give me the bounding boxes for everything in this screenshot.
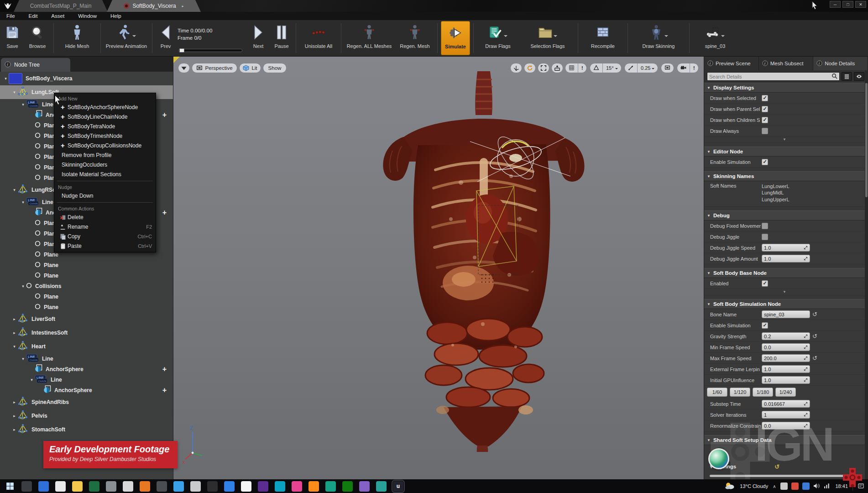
reset-icon[interactable]: ↺ bbox=[812, 311, 817, 317]
tray-network-icon[interactable] bbox=[824, 483, 831, 490]
field-min-frame-speed[interactable]: 0.0 bbox=[762, 343, 810, 351]
reset-icon[interactable]: ↺ bbox=[812, 333, 817, 339]
menu-item-copy[interactable]: CopyCtrl+C bbox=[54, 231, 156, 241]
menu-item-isolate-material-sections[interactable]: Isolate Material Sections bbox=[54, 169, 156, 179]
field-max-frame-speed[interactable]: 200.0 bbox=[762, 354, 810, 362]
screen-percentage-button-cell[interactable] bbox=[661, 63, 674, 73]
tree-item-plane[interactable]: Plane bbox=[0, 270, 173, 281]
scale-snap-toggle[interactable]: 0.25 bbox=[624, 63, 658, 73]
checkbox-enable-simulation[interactable]: ✓ bbox=[762, 159, 768, 165]
toolbar-button-next[interactable]: Next bbox=[248, 21, 269, 55]
toolbar-button-recompile[interactable]: Recompile bbox=[581, 21, 624, 55]
tree-item-spineandribs[interactable]: ▸SpineAndRibs bbox=[0, 395, 173, 409]
details-vertical-scrollbar[interactable] bbox=[865, 70, 868, 479]
list-view-button[interactable] bbox=[842, 72, 852, 81]
advanced-expander[interactable]: ▼ bbox=[704, 289, 865, 295]
field-initial-gpuinfluence[interactable]: 1.0 bbox=[762, 376, 810, 384]
substep-preset-1-60[interactable]: 1/60 bbox=[707, 388, 727, 397]
field-debug-jiggle-amount[interactable]: 1.0 bbox=[762, 255, 810, 262]
toolbar-button-simulate[interactable]: Simulate bbox=[441, 21, 470, 55]
menu-help[interactable]: Help bbox=[110, 13, 121, 19]
expander-arrow-icon[interactable]: ▾ bbox=[20, 357, 26, 361]
taskbar-app-ide-blue[interactable] bbox=[224, 481, 235, 492]
minimize-button[interactable]: ─ bbox=[830, 1, 841, 8]
expander-arrow-icon[interactable]: ▾ bbox=[3, 76, 9, 81]
category-editor-node[interactable]: ▼Editor Node bbox=[704, 147, 865, 157]
expander-arrow-icon[interactable]: ▾ bbox=[20, 102, 26, 107]
time-slider[interactable] bbox=[178, 49, 242, 52]
toolbar-button-regen-all-meshes[interactable]: Regen. ALL Meshes bbox=[345, 21, 394, 55]
toolbar-button-browse[interactable]: Browse bbox=[25, 21, 50, 55]
tree-item-plane[interactable]: Plane bbox=[0, 260, 173, 270]
taskbar-app-tool-pink[interactable] bbox=[292, 481, 302, 492]
scale-snap-toggle-cell[interactable] bbox=[625, 63, 637, 73]
tree-item-plane[interactable]: Plane bbox=[0, 291, 173, 302]
advanced-expander[interactable]: ▼ bbox=[704, 136, 865, 143]
add-node-button[interactable]: + bbox=[162, 111, 167, 119]
expander-arrow-icon[interactable]: ▸ bbox=[11, 427, 17, 432]
expander-arrow-icon[interactable]: ▸ bbox=[11, 330, 17, 335]
substep-preset-1-180[interactable]: 1/180 bbox=[753, 388, 773, 397]
category-shared-soft-setup-data[interactable]: ▼Shared Soft Setup Data bbox=[704, 435, 865, 445]
taskbar-app-tool-orange[interactable] bbox=[309, 481, 319, 492]
taskbar-app-spreadsheet[interactable] bbox=[89, 481, 99, 492]
toolbar-button-pause[interactable]: Pause bbox=[271, 21, 293, 55]
menu-item-softbodytetranode[interactable]: +SoftBodyTetraNode bbox=[54, 121, 156, 131]
toolbar-button-hide-mesh[interactable]: Hide Mesh bbox=[57, 21, 97, 55]
checkbox-draw-when-selected[interactable]: ✓ bbox=[762, 95, 768, 101]
taskbar-app-photos[interactable] bbox=[173, 481, 184, 492]
field-solver-iterations[interactable]: 1 bbox=[762, 411, 810, 419]
menu-item-skinningoccluders[interactable]: SkinningOccluders bbox=[54, 160, 156, 169]
scale-snap-toggle-cell[interactable]: 0.25 bbox=[637, 63, 658, 73]
menu-item-softbodyanchorspherenode[interactable]: +SoftBodyAnchorSphereNode bbox=[54, 102, 156, 112]
add-node-button[interactable]: + bbox=[162, 365, 167, 373]
category-debug[interactable]: ▼Debug bbox=[704, 210, 865, 220]
field-gravity-strength[interactable]: 0.2 bbox=[762, 332, 810, 340]
taskbar-app-doc-white[interactable] bbox=[241, 481, 251, 492]
field-external-frame-lerpin[interactable]: 1.0 bbox=[762, 365, 810, 373]
menu-item-remove-from-profile[interactable]: Remove from Profile bbox=[54, 150, 156, 160]
menu-item-nudge-down[interactable]: Nudge Down bbox=[54, 191, 156, 200]
toolbar-button-save[interactable]: Save bbox=[2, 21, 23, 55]
checkbox-debug-jiggle[interactable] bbox=[762, 234, 768, 240]
taskbar-app-settings[interactable] bbox=[190, 481, 201, 492]
tree-item-plane[interactable]: Plane bbox=[0, 302, 173, 312]
menu-item-softbodytrimeshnode[interactable]: +SoftBodyTrimeshNode bbox=[54, 131, 156, 141]
toolbar-button-preview-animation[interactable]: Preview Animation bbox=[104, 21, 149, 55]
toolbar-button-regen-mesh[interactable]: Regen. Mesh bbox=[396, 21, 434, 55]
toolbar-button-draw-flags[interactable]: Draw Flags bbox=[477, 21, 519, 55]
menu-asset[interactable]: Asset bbox=[51, 13, 64, 19]
expander-arrow-icon[interactable]: ▾ bbox=[11, 188, 17, 192]
taskbar-app-media-player[interactable] bbox=[106, 481, 116, 492]
eye-filter-button[interactable] bbox=[854, 72, 864, 81]
dropdown-caret-icon[interactable] bbox=[554, 35, 557, 39]
tree-item-pelvis[interactable]: ▸Pelvis bbox=[0, 409, 173, 423]
expander-arrow-icon[interactable]: ▾ bbox=[29, 378, 35, 382]
dropdown-caret-icon[interactable] bbox=[721, 35, 725, 39]
viewport[interactable]: PerspectiveLitShow !15°0.25! bbox=[173, 57, 704, 479]
taskbar-app-tool-purple[interactable] bbox=[359, 481, 370, 492]
taskbar-app-calculator[interactable] bbox=[157, 481, 167, 492]
field-substep-time[interactable]: 0.016667 bbox=[762, 400, 810, 408]
toolbar-button-selection-flags[interactable]: Selection Flags bbox=[521, 21, 575, 55]
category-skinning-names[interactable]: ▼Skinning Names bbox=[704, 171, 865, 181]
camera-speed-button[interactable]: ! bbox=[677, 63, 699, 73]
screen-percentage-button[interactable] bbox=[661, 63, 674, 73]
tree-item-collisions[interactable]: ▾Collisions bbox=[0, 281, 173, 291]
add-node-button[interactable]: + bbox=[162, 209, 167, 217]
taskbar-app-tool-teal[interactable] bbox=[325, 481, 336, 492]
toolbar-button-prev[interactable]: Prev bbox=[156, 21, 176, 55]
tab-mesh-subsect[interactable]: iMesh Subsect bbox=[759, 57, 814, 70]
checkbox-enabled[interactable]: ✓ bbox=[762, 280, 768, 287]
tree-item-line[interactable]: ▾LINECHAINLine bbox=[0, 353, 173, 364]
tree-item-stomachsoft[interactable]: ▸StomachSoft bbox=[0, 423, 173, 436]
start-button[interactable] bbox=[5, 481, 15, 492]
taskbar-app-tool-green[interactable] bbox=[376, 481, 387, 492]
dropdown-caret-icon[interactable] bbox=[132, 35, 136, 39]
tray-expand-icon[interactable]: ∧ bbox=[773, 484, 776, 489]
viscera-model[interactable] bbox=[374, 68, 593, 452]
menu-item-delete[interactable]: Delete bbox=[54, 212, 156, 222]
menu-edit[interactable]: Edit bbox=[29, 13, 38, 19]
tray-pen-icon[interactable] bbox=[780, 483, 788, 490]
toolbar-button-unisolate-all[interactable]: Unisolate All bbox=[299, 21, 338, 55]
